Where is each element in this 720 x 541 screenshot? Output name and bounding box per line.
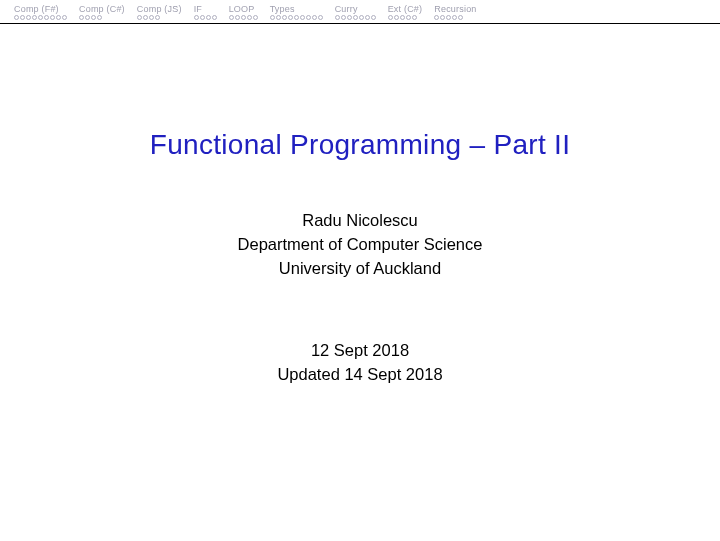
slide-dot-icon[interactable] (85, 15, 90, 20)
slide-dot-icon[interactable] (247, 15, 252, 20)
slide-dot-icon[interactable] (62, 15, 67, 20)
nav-slide-dots (270, 15, 323, 20)
slide-dot-icon[interactable] (253, 15, 258, 20)
slide-dot-icon[interactable] (406, 15, 411, 20)
nav-section[interactable]: IF (188, 4, 223, 20)
slide-dot-icon[interactable] (394, 15, 399, 20)
slide-dot-icon[interactable] (79, 15, 84, 20)
slide-dot-icon[interactable] (306, 15, 311, 20)
nav-section[interactable]: Curry (329, 4, 382, 20)
nav-section[interactable]: Comp (F#) (8, 4, 73, 20)
slide-dot-icon[interactable] (276, 15, 281, 20)
slide-dot-icon[interactable] (20, 15, 25, 20)
slide-content: Functional Programming – Part II Radu Ni… (0, 24, 720, 387)
nav-section[interactable]: Comp (JS) (131, 4, 188, 20)
nav-section[interactable]: Recursion (428, 4, 482, 20)
slide-dot-icon[interactable] (91, 15, 96, 20)
slide-dot-icon[interactable] (97, 15, 102, 20)
slide-dot-icon[interactable] (294, 15, 299, 20)
slide-dot-icon[interactable] (400, 15, 405, 20)
slide-dot-icon[interactable] (412, 15, 417, 20)
nav-slide-dots (229, 15, 258, 20)
author-name: Radu Nicolescu (0, 209, 720, 233)
slide-dot-icon[interactable] (365, 15, 370, 20)
nav-slide-dots (14, 15, 67, 20)
author-department: Department of Computer Science (0, 233, 720, 257)
slide-dot-icon[interactable] (26, 15, 31, 20)
slide-dot-icon[interactable] (143, 15, 148, 20)
slide-dot-icon[interactable] (44, 15, 49, 20)
slide-dot-icon[interactable] (452, 15, 457, 20)
slide-dot-icon[interactable] (300, 15, 305, 20)
slide-dot-icon[interactable] (347, 15, 352, 20)
nav-section-label: Types (270, 4, 295, 14)
slide-dot-icon[interactable] (458, 15, 463, 20)
slide-dot-icon[interactable] (341, 15, 346, 20)
slide-dot-icon[interactable] (353, 15, 358, 20)
nav-section[interactable]: Types (264, 4, 329, 20)
slide-dot-icon[interactable] (56, 15, 61, 20)
slide-dot-icon[interactable] (14, 15, 19, 20)
nav-section-label: Recursion (434, 4, 476, 14)
slide-dot-icon[interactable] (235, 15, 240, 20)
nav-slide-dots (79, 15, 102, 20)
slide-dot-icon[interactable] (241, 15, 246, 20)
slide-dot-icon[interactable] (440, 15, 445, 20)
updated-date: Updated 14 Sept 2018 (0, 363, 720, 387)
slide-dot-icon[interactable] (137, 15, 142, 20)
slide-dot-icon[interactable] (194, 15, 199, 20)
section-nav-bar: Comp (F#)Comp (C#)Comp (JS)IFLOOPTypesCu… (0, 0, 720, 24)
nav-slide-dots (388, 15, 417, 20)
author-university: University of Auckland (0, 257, 720, 281)
slide-dot-icon[interactable] (50, 15, 55, 20)
nav-slide-dots (137, 15, 160, 20)
nav-section-label: Curry (335, 4, 358, 14)
nav-section-label: Ext (C#) (388, 4, 423, 14)
slide-dot-icon[interactable] (149, 15, 154, 20)
author-block: Radu Nicolescu Department of Computer Sc… (0, 209, 720, 281)
slide-dot-icon[interactable] (318, 15, 323, 20)
slide-dot-icon[interactable] (212, 15, 217, 20)
slide-dot-icon[interactable] (312, 15, 317, 20)
date-block: 12 Sept 2018 Updated 14 Sept 2018 (0, 339, 720, 387)
slide-dot-icon[interactable] (206, 15, 211, 20)
slide-dot-icon[interactable] (282, 15, 287, 20)
presentation-title: Functional Programming – Part II (0, 129, 720, 161)
nav-slide-dots (194, 15, 217, 20)
nav-section-label: LOOP (229, 4, 255, 14)
nav-section[interactable]: Comp (C#) (73, 4, 131, 20)
slide-dot-icon[interactable] (335, 15, 340, 20)
slide-dot-icon[interactable] (270, 15, 275, 20)
slide-dot-icon[interactable] (446, 15, 451, 20)
slide-dot-icon[interactable] (229, 15, 234, 20)
slide-dot-icon[interactable] (388, 15, 393, 20)
nav-slide-dots (335, 15, 376, 20)
nav-section[interactable]: Ext (C#) (382, 4, 429, 20)
nav-slide-dots (434, 15, 463, 20)
slide-dot-icon[interactable] (32, 15, 37, 20)
nav-section[interactable]: LOOP (223, 4, 264, 20)
nav-section-label: Comp (F#) (14, 4, 59, 14)
slide-dot-icon[interactable] (155, 15, 160, 20)
slide-dot-icon[interactable] (371, 15, 376, 20)
nav-section-label: Comp (C#) (79, 4, 125, 14)
slide-dot-icon[interactable] (288, 15, 293, 20)
nav-section-label: IF (194, 4, 202, 14)
slide-dot-icon[interactable] (434, 15, 439, 20)
nav-section-label: Comp (JS) (137, 4, 182, 14)
presentation-date: 12 Sept 2018 (0, 339, 720, 363)
slide-dot-icon[interactable] (200, 15, 205, 20)
slide-dot-icon[interactable] (38, 15, 43, 20)
slide-dot-icon[interactable] (359, 15, 364, 20)
